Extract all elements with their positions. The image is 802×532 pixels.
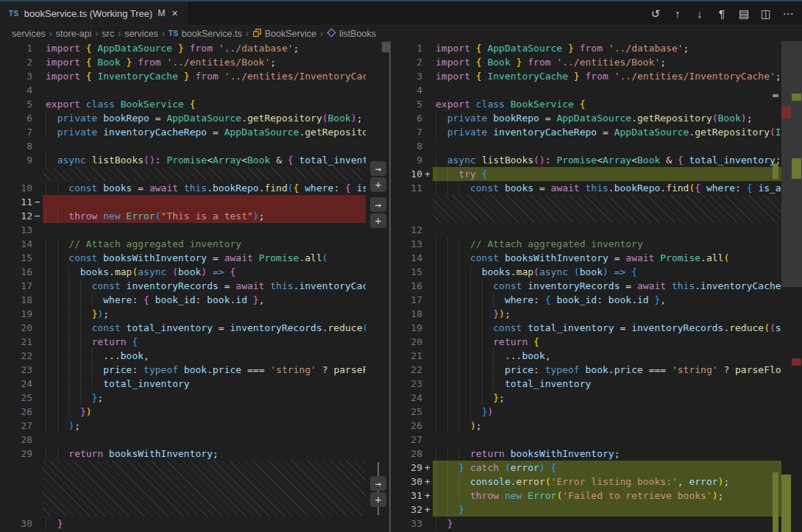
code-line[interactable]: 13 // Attach aggregated inventory: [391, 237, 781, 251]
code-line[interactable]: 3import { InventoryCache } from '../enti…: [0, 69, 366, 83]
code-line[interactable]: 20 const total_inventory = inventoryReco…: [0, 321, 366, 335]
code-line[interactable]: 16 const inventoryRecords = await this.i…: [391, 279, 781, 293]
line-number[interactable]: 17: [0, 279, 32, 293]
line-number[interactable]: 26: [391, 419, 422, 433]
code-line[interactable]: 17 where: { book_id: book.id },: [391, 293, 781, 307]
line-number[interactable]: 22: [391, 363, 422, 377]
code-line[interactable]: 12: [391, 223, 781, 237]
stage-change-button[interactable]: +: [370, 492, 386, 507]
breadcrumb-item-services[interactable]: services: [124, 29, 158, 39]
tab-bookservice[interactable]: TS bookService.ts (Working Tree) M ×: [0, 1, 188, 25]
line-number[interactable]: 27: [391, 433, 422, 447]
code-line[interactable]: 31+ throw new Error('Failed to retrieve …: [391, 489, 781, 503]
line-number[interactable]: 28: [391, 447, 422, 461]
line-number[interactable]: 12: [0, 209, 32, 223]
code-line[interactable]: 4: [391, 83, 781, 97]
line-number[interactable]: 1: [391, 41, 422, 55]
line-number[interactable]: 26: [0, 405, 32, 419]
split-editor-icon[interactable]: ◫: [756, 5, 776, 23]
line-number[interactable]: 13: [391, 237, 422, 251]
line-number[interactable]: 15: [391, 265, 422, 279]
code-line[interactable]: 32+ }: [391, 503, 781, 517]
map-icon[interactable]: ▤: [734, 5, 753, 23]
code-line[interactable]: 33 }: [391, 517, 781, 531]
code-line[interactable]: 6 private bookRepo = AppDataSource.getRe…: [391, 111, 781, 125]
code-line[interactable]: 5export class BookService {: [0, 97, 366, 111]
code-line[interactable]: 8: [0, 139, 366, 153]
line-number[interactable]: 25: [391, 405, 422, 419]
breadcrumb-item-bookservice[interactable]: BookService: [252, 28, 316, 40]
line-number[interactable]: 28: [0, 433, 32, 447]
line-number[interactable]: 25: [0, 391, 32, 405]
more-actions-icon[interactable]: ⋯: [778, 5, 798, 23]
line-number[interactable]: 20: [391, 335, 422, 349]
line-number[interactable]: 2: [391, 55, 422, 69]
apply-change-button[interactable]: →: [370, 197, 386, 212]
line-number[interactable]: 1: [0, 41, 32, 55]
next-change-icon[interactable]: ↓: [690, 5, 709, 23]
code-line[interactable]: 1import { AppDataSource } from '../datab…: [0, 41, 366, 55]
code-line[interactable]: 8: [391, 139, 781, 153]
line-number[interactable]: 3: [0, 69, 32, 83]
line-number[interactable]: 5: [391, 97, 422, 111]
line-number[interactable]: 30: [0, 517, 32, 531]
code-line[interactable]: 12− throw new Error("This is a test");: [0, 209, 366, 223]
code-line[interactable]: 11−: [0, 195, 366, 209]
code-line[interactable]: 18 });: [391, 307, 781, 321]
previous-change-icon[interactable]: ↑: [668, 5, 687, 23]
line-number[interactable]: 2: [0, 55, 32, 69]
code-line[interactable]: 21 return {: [0, 335, 366, 349]
code-line[interactable]: 29+ } catch (error) {: [391, 461, 781, 475]
line-number[interactable]: 22: [0, 349, 32, 363]
line-number[interactable]: 16: [391, 279, 422, 293]
line-number[interactable]: 29: [391, 461, 422, 475]
line-number[interactable]: 31: [391, 489, 422, 503]
code-line[interactable]: 26 );: [391, 419, 781, 433]
code-line[interactable]: 9 async listBooks(): Promise<Array<Book …: [0, 153, 366, 167]
line-number[interactable]: 27: [0, 419, 32, 433]
line-number[interactable]: 14: [0, 237, 32, 251]
code-line[interactable]: 13: [0, 223, 366, 237]
code-line[interactable]: 16 books.map(async (book) => {: [0, 265, 366, 279]
line-number[interactable]: 24: [391, 391, 422, 405]
code-line[interactable]: 17 const inventoryRecords = await this.i…: [0, 279, 366, 293]
line-number[interactable]: 18: [0, 293, 32, 307]
code-line[interactable]: 2import { Book } from '../entities/Book'…: [0, 55, 366, 69]
line-number[interactable]: 4: [0, 83, 32, 97]
code-line[interactable]: 1import { AppDataSource } from '../datab…: [391, 41, 781, 55]
code-line[interactable]: 15 books.map(async (book) => {: [391, 265, 781, 279]
left-scrollbar-slider[interactable]: [382, 42, 390, 52]
breadcrumb-item-src[interactable]: src: [102, 29, 114, 39]
line-number[interactable]: 23: [391, 377, 422, 391]
code-line[interactable]: 22 ...book,: [0, 349, 366, 363]
line-number[interactable]: 12: [391, 223, 422, 237]
code-line[interactable]: 26 }): [0, 405, 366, 419]
code-line[interactable]: 25 };: [0, 391, 366, 405]
code-line[interactable]: 2import { Book } from '../entities/Book'…: [391, 55, 781, 69]
code-line[interactable]: 23 total_inventory: [391, 377, 781, 391]
apply-change-button[interactable]: →: [370, 161, 386, 176]
code-line[interactable]: 7 private inventoryCacheRepo = AppDataSo…: [391, 125, 781, 139]
code-line[interactable]: 11 const books = await this.bookRepo.fin…: [391, 181, 781, 195]
line-number[interactable]: 7: [0, 125, 32, 139]
line-number[interactable]: 24: [0, 377, 32, 391]
code-line[interactable]: 5export class BookService {: [391, 97, 781, 111]
code-line[interactable]: 7 private inventoryCacheRepo = AppDataSo…: [0, 125, 366, 139]
line-number[interactable]: 3: [391, 69, 422, 83]
breadcrumb-item-bookservice-ts[interactable]: TSbookService.ts: [168, 29, 242, 39]
code-line[interactable]: 19 });: [0, 307, 366, 321]
line-number[interactable]: 18: [391, 307, 422, 321]
code-line[interactable]: 24 };: [391, 391, 781, 405]
breadcrumb-item-store-api[interactable]: store-api: [56, 29, 92, 39]
code-line[interactable]: 28 return booksWithInventory;: [391, 447, 781, 461]
line-number[interactable]: 10: [391, 167, 422, 181]
code-line[interactable]: 22 price: typeof book.price === 'string'…: [391, 363, 781, 377]
line-number[interactable]: 16: [0, 265, 32, 279]
code-line[interactable]: 21 ...book,: [391, 349, 781, 363]
line-number[interactable]: 15: [0, 251, 32, 265]
line-number[interactable]: 6: [391, 111, 422, 125]
line-number[interactable]: 32: [391, 503, 422, 517]
line-number[interactable]: 19: [391, 321, 422, 335]
code-line[interactable]: 30 }: [0, 517, 366, 531]
code-line[interactable]: 10+ try {: [391, 167, 781, 181]
